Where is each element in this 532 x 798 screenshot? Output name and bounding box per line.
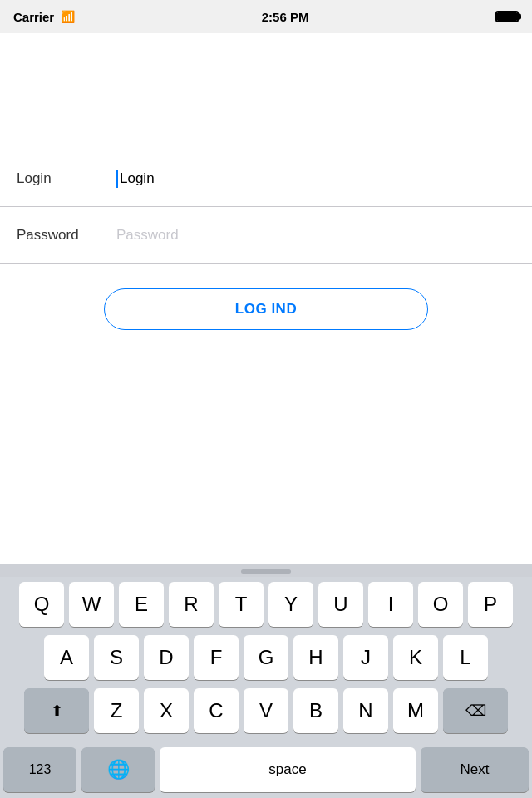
key-Q[interactable]: Q (19, 582, 64, 627)
carrier-label: Carrier (13, 10, 54, 24)
keyboard-row-2: A S D F G H J K L (3, 635, 529, 680)
status-left: Carrier 📶 (13, 10, 75, 24)
handle-bar (241, 569, 291, 574)
login-row: Login Login (0, 150, 532, 207)
form-section: Login Login Password Password (0, 150, 532, 264)
next-key[interactable]: Next (421, 747, 529, 792)
login-label: Login (17, 170, 116, 187)
login-input-placeholder: Login (120, 170, 155, 187)
login-button[interactable]: LOG IND (104, 288, 428, 330)
numeric-key[interactable]: 123 (3, 747, 76, 792)
login-input-area[interactable]: Login (116, 170, 515, 188)
battery-indicator (495, 11, 519, 22)
text-cursor (116, 170, 118, 188)
password-input-placeholder: Password (116, 227, 179, 244)
shift-key[interactable]: ⬆ (24, 688, 89, 733)
password-row: Password Password (0, 207, 532, 264)
key-L[interactable]: L (443, 635, 488, 680)
key-H[interactable]: H (293, 635, 338, 680)
key-M[interactable]: M (393, 688, 438, 733)
keyboard-bottom-bar: 123 🌐 space Next (0, 741, 532, 798)
key-J[interactable]: J (343, 635, 388, 680)
key-W[interactable]: W (69, 582, 114, 627)
app-content: Login Login Password Password LOG IND (0, 33, 532, 441)
keyboard-row-3: ⬆ Z X C V B N M ⌫ (3, 688, 529, 733)
backspace-icon: ⌫ (466, 702, 486, 720)
key-U[interactable]: U (318, 582, 363, 627)
key-B[interactable]: B (293, 688, 338, 733)
globe-icon: 🌐 (107, 759, 130, 781)
key-F[interactable]: F (194, 635, 239, 680)
keyboard-row-1: Q W E R T Y U I O P (3, 582, 529, 627)
backspace-key[interactable]: ⌫ (443, 688, 508, 733)
key-K[interactable]: K (393, 635, 438, 680)
key-V[interactable]: V (244, 688, 288, 733)
keyboard: Q W E R T Y U I O P A S D F G H J K L ⬆ (0, 564, 532, 798)
password-label: Password (17, 227, 116, 244)
time-label: 2:56 PM (262, 10, 309, 24)
key-O[interactable]: O (418, 582, 463, 627)
shift-arrow-icon: ⬆ (51, 702, 63, 720)
key-Z[interactable]: Z (94, 688, 139, 733)
key-Y[interactable]: Y (268, 582, 313, 627)
key-G[interactable]: G (244, 635, 288, 680)
key-I[interactable]: I (368, 582, 413, 627)
key-C[interactable]: C (194, 688, 239, 733)
key-R[interactable]: R (169, 582, 214, 627)
key-E[interactable]: E (119, 582, 164, 627)
key-N[interactable]: N (343, 688, 388, 733)
key-P[interactable]: P (468, 582, 513, 627)
status-bar: Carrier 📶 2:56 PM (0, 0, 532, 33)
key-T[interactable]: T (219, 582, 264, 627)
top-spacer (0, 33, 532, 150)
key-X[interactable]: X (144, 688, 189, 733)
battery-fill (497, 12, 517, 21)
wifi-icon: 📶 (61, 10, 75, 23)
key-D[interactable]: D (144, 635, 189, 680)
button-area: LOG IND (0, 264, 532, 355)
key-A[interactable]: A (44, 635, 89, 680)
keyboard-handle-bar (0, 564, 532, 577)
keyboard-rows: Q W E R T Y U I O P A S D F G H J K L ⬆ (0, 577, 532, 733)
globe-key[interactable]: 🌐 (81, 747, 155, 792)
password-input-area[interactable]: Password (116, 227, 515, 244)
battery-icon (495, 11, 519, 22)
space-key[interactable]: space (160, 747, 416, 792)
key-S[interactable]: S (94, 635, 139, 680)
